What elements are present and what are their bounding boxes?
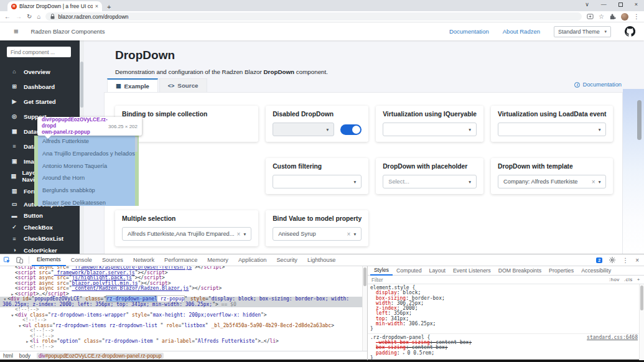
css-property[interactable]: left: 356px;: [370, 311, 638, 316]
devtools-menu-icon[interactable]: ⋮: [622, 257, 628, 264]
settings-gear-icon[interactable]: [609, 257, 615, 263]
profile-avatar[interactable]: [621, 13, 628, 21]
dropdown-option[interactable]: Ana Trujillo Emparedados y helados: [34, 148, 139, 160]
devtools-tab-application[interactable]: Application: [233, 254, 271, 266]
devtools-tab-performance[interactable]: Performance: [159, 254, 202, 266]
breadcrumb-item[interactable]: div#popupdEozOVyLCE.rz-dropdown-panel.rz…: [37, 353, 164, 359]
tab-close-icon[interactable]: ×: [95, 3, 98, 9]
extensions-icon[interactable]: [609, 13, 616, 20]
styles-tab-computed[interactable]: Computed: [393, 266, 426, 276]
component-doc-link[interactable]: i Documentation: [574, 81, 622, 88]
tab-example[interactable]: ▦ Example: [107, 78, 158, 92]
dropdown-option[interactable]: Around the Horn: [34, 172, 139, 185]
share-icon[interactable]: [587, 13, 594, 20]
breadcrumb-item[interactable]: body: [19, 353, 30, 359]
dom-node[interactable]: ▶<li role="option" class="rz-dropdown-it…: [0, 339, 367, 345]
devtools-tab-console[interactable]: Console: [66, 254, 97, 266]
tab-search-icon[interactable]: ∨: [585, 1, 589, 7]
search-input[interactable]: [7, 47, 71, 57]
devtools-tab-memory[interactable]: Memory: [202, 254, 233, 266]
breadcrumb-item[interactable]: html: [3, 353, 13, 359]
devtools-tab-network[interactable]: Network: [128, 254, 159, 266]
sidebar-item-button[interactable]: ▬Button: [0, 210, 80, 222]
inspect-element-icon[interactable]: [4, 257, 11, 264]
sidebar-item-overview[interactable]: ⌂Overview: [0, 64, 80, 79]
styles-tab-properties[interactable]: Properties: [545, 266, 577, 276]
styles-tab-accessibility[interactable]: Accessibility: [577, 266, 615, 276]
browser-menu-icon[interactable]: ⋮: [633, 14, 640, 20]
dropdown-select[interactable]: ▾: [383, 123, 477, 136]
disabled-toggle-switch[interactable]: [340, 124, 362, 135]
dropdown-select[interactable]: ▾: [498, 123, 606, 136]
dropdown-option[interactable]: Berglunds snabbköp: [34, 185, 139, 197]
twisty-closed-icon[interactable]: ▶: [25, 339, 30, 345]
devtools-tab-elements[interactable]: Elements: [32, 254, 66, 266]
twisty-open-icon[interactable]: ▼: [17, 323, 22, 329]
reload-button[interactable]: ↻: [27, 14, 32, 20]
dom-tree[interactable]: <script async src="_framework/aspnetcore…: [0, 266, 367, 351]
dropdown-select[interactable]: ▾: [273, 175, 362, 188]
dropdown-select[interactable]: Company: Alfreds Futterkiste×▾: [498, 175, 606, 188]
dropdown-scrollbar-thumb[interactable]: [135, 137, 138, 152]
styles-toggle-hov[interactable]: :hov: [609, 277, 620, 282]
sidebar-item-checkbox[interactable]: ✓CheckBox: [0, 221, 80, 233]
clear-icon[interactable]: ×: [237, 231, 241, 238]
devtools-close-icon[interactable]: ×: [635, 257, 639, 264]
styles-toggle-[interactable]: +: [637, 277, 640, 282]
css-file-link[interactable]: standard.css:6468: [587, 335, 638, 340]
css-property[interactable]: min-width: 306.25px;: [370, 322, 638, 327]
dom-node[interactable]: ▼<ul class="rz-dropdown-items rz-dropdow…: [0, 323, 367, 329]
sidebar-item-dashboard[interactable]: ⊞Dashboard: [0, 79, 80, 94]
devtools-tab-lighthouse[interactable]: Lighthouse: [302, 254, 341, 266]
twisty-open-icon[interactable]: ▼: [10, 313, 15, 318]
styles-toggle-cls[interactable]: .cls: [624, 277, 633, 282]
window-close-button[interactable]: ×: [635, 1, 638, 7]
styles-scrollbar[interactable]: [639, 284, 644, 360]
home-button[interactable]: ⌂: [37, 14, 40, 20]
clear-icon[interactable]: ×: [592, 179, 595, 185]
devtools-tab-security[interactable]: Security: [271, 254, 302, 266]
sidebar-item-get-started[interactable]: ▶Get Started: [0, 94, 80, 109]
bookmark-star-icon[interactable]: ☆: [599, 14, 604, 20]
window-maximize-button[interactable]: [618, 2, 623, 7]
address-bar[interactable]: blazor.radzen.com/dropdown: [45, 12, 582, 21]
styles-tab-dom-breakpoints[interactable]: DOM Breakpoints: [495, 266, 545, 276]
site-header: ≡ Radzen Blazor Components Documentation…: [0, 22, 644, 40]
styles-tab-layout[interactable]: Layout: [426, 266, 449, 276]
hamburger-menu-icon[interactable]: ≡: [14, 27, 19, 36]
dropdown-select[interactable]: Select...▾: [383, 175, 477, 188]
clear-icon[interactable]: ×: [347, 231, 351, 238]
dropdown-select[interactable]: ▾: [273, 123, 334, 136]
dropdown-select[interactable]: Aniseed Syrup×▾: [273, 227, 362, 241]
browser-tab[interactable]: R Blazor DropDown | a free UI com ×: [7, 1, 102, 11]
styles-tab-event-listeners[interactable]: Event Listeners: [449, 266, 495, 276]
dom-node[interactable]: <!--!-->: [0, 328, 367, 334]
dropdown-select[interactable]: Alfreds Futterkiste,Ana Trujillo Empared…: [122, 227, 251, 241]
github-icon[interactable]: [625, 26, 635, 37]
dom-node[interactable]: <!--!-->: [0, 345, 367, 350]
back-button[interactable]: ←: [4, 14, 11, 20]
device-toolbar-icon[interactable]: [16, 257, 23, 264]
window-minimize-button[interactable]: —: [601, 1, 607, 7]
card-title: Virtualization using LoadData event: [498, 111, 606, 118]
styles-filter-input[interactable]: Filter: [371, 277, 383, 283]
sidebar-item-colorpicker[interactable]: ◑ColorPicker: [0, 244, 80, 254]
new-tab-button[interactable]: +: [107, 3, 111, 11]
tab-source[interactable]: <> Source: [159, 78, 207, 92]
sidebar-item-checkboxlist[interactable]: ≡CheckBoxList: [0, 233, 80, 245]
page-scrollbar-thumb[interactable]: [637, 100, 642, 140]
issues-badge[interactable]: 2: [596, 258, 602, 263]
dropdown-option[interactable]: Antonio Moreno Taquería: [34, 160, 139, 173]
dom-node[interactable]: ▼<div class="rz-dropdown-items-wrapper" …: [0, 313, 367, 318]
theme-select[interactable]: Standard Theme ▾: [554, 26, 611, 37]
documentation-link[interactable]: Documentation: [449, 28, 489, 35]
css-rules[interactable]: element.style {display: block;box-sizing…: [368, 284, 644, 360]
css-property[interactable]: padding: ▸ 0 0.5rem;: [370, 351, 638, 356]
devtools-tab-sources[interactable]: Sources: [97, 254, 128, 266]
dropdown-option[interactable]: Blauer See Delikatessen: [34, 197, 139, 206]
forward-button[interactable]: →: [16, 14, 22, 20]
about-radzen-link[interactable]: About Radzen: [503, 28, 540, 35]
elements-scrollbar[interactable]: [362, 266, 367, 351]
styles-tab-styles[interactable]: Styles: [370, 266, 393, 276]
dom-node-selected[interactable]: ▼<div id="popupdEozOVyLCE" class="rz-dro…: [0, 297, 367, 307]
